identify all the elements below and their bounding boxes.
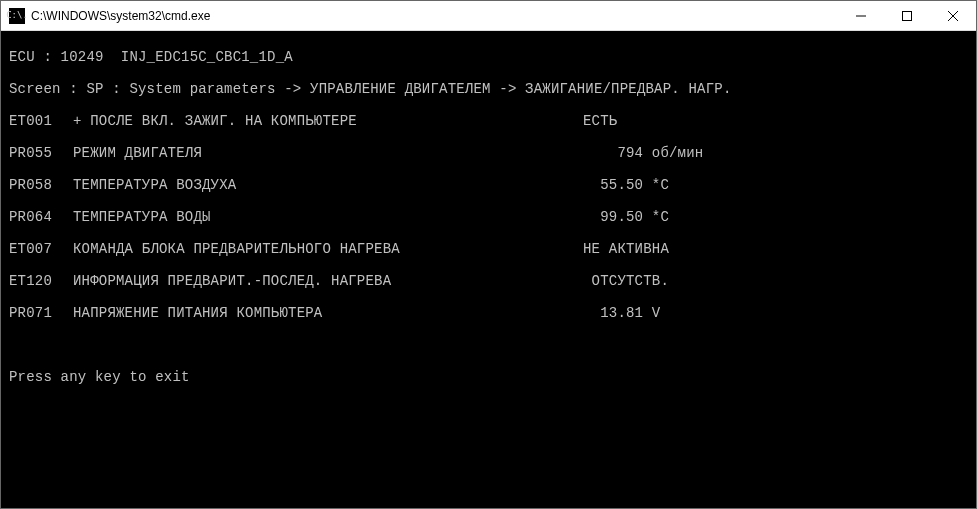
- param-code: PR055: [9, 145, 73, 161]
- param-value: НЕ АКТИВНА: [583, 241, 669, 257]
- ecu-line: ECU : 10249 INJ_EDC15C_CBC1_1D_A: [9, 49, 968, 65]
- param-row: ET120ИНФОРМАЦИЯ ПРЕДВАРИТ.-ПОСЛЕД. НАГРЕ…: [9, 273, 968, 289]
- param-code: ET001: [9, 113, 73, 129]
- close-icon: [948, 11, 958, 21]
- param-value: 13.81 V: [583, 305, 660, 321]
- param-desc: ИНФОРМАЦИЯ ПРЕДВАРИТ.-ПОСЛЕД. НАГРЕВА: [73, 273, 583, 289]
- param-desc: НАПРЯЖЕНИЕ ПИТАНИЯ КОМПЬЮТЕРА: [73, 305, 583, 321]
- param-row: PR064ТЕМПЕРАТУРА ВОДЫ 99.50 *C: [9, 209, 968, 225]
- minimize-icon: [856, 11, 866, 21]
- param-code: PR058: [9, 177, 73, 193]
- window-title: C:\WINDOWS\system32\cmd.exe: [31, 9, 210, 23]
- param-desc: + ПОСЛЕ ВКЛ. ЗАЖИГ. НА КОМПЬЮТЕРЕ: [73, 113, 583, 129]
- param-value: ЕСТЬ: [583, 113, 617, 129]
- param-row: PR071НАПРЯЖЕНИЕ ПИТАНИЯ КОМПЬЮТЕРА 13.81…: [9, 305, 968, 321]
- param-desc: КОМАНДА БЛОКА ПРЕДВАРИТЕЛЬНОГО НАГРЕВА: [73, 241, 583, 257]
- param-code: PR064: [9, 209, 73, 225]
- param-value: 794 об/мин: [583, 145, 703, 161]
- exit-prompt: Press any key to exit: [9, 369, 968, 385]
- titlebar[interactable]: C:\. C:\WINDOWS\system32\cmd.exe: [1, 1, 976, 31]
- param-code: ET007: [9, 241, 73, 257]
- cmd-window: C:\. C:\WINDOWS\system32\cmd.exe ECU : 1…: [0, 0, 977, 509]
- param-row: PR055РЕЖИМ ДВИГАТЕЛЯ 794 об/мин: [9, 145, 968, 161]
- param-row: ET001+ ПОСЛЕ ВКЛ. ЗАЖИГ. НА КОМПЬЮТЕРЕЕС…: [9, 113, 968, 129]
- close-button[interactable]: [930, 1, 976, 30]
- titlebar-buttons: [838, 1, 976, 30]
- cmd-icon: C:\.: [9, 8, 25, 24]
- param-desc: ТЕМПЕРАТУРА ВОДЫ: [73, 209, 583, 225]
- console-output: ECU : 10249 INJ_EDC15C_CBC1_1D_A Screen …: [1, 31, 976, 508]
- param-desc: РЕЖИМ ДВИГАТЕЛЯ: [73, 145, 583, 161]
- screen-line: Screen : SP : System parameters -> УПРАВ…: [9, 81, 968, 97]
- param-code: PR071: [9, 305, 73, 321]
- param-value: ОТСУТСТВ.: [583, 273, 669, 289]
- maximize-icon: [902, 11, 912, 21]
- param-code: ET120: [9, 273, 73, 289]
- svg-rect-1: [903, 11, 912, 20]
- param-desc: ТЕМПЕРАТУРА ВОЗДУХА: [73, 177, 583, 193]
- param-row: ET007КОМАНДА БЛОКА ПРЕДВАРИТЕЛЬНОГО НАГР…: [9, 241, 968, 257]
- param-value: 55.50 *C: [583, 177, 669, 193]
- minimize-button[interactable]: [838, 1, 884, 30]
- maximize-button[interactable]: [884, 1, 930, 30]
- blank-line: [9, 337, 968, 353]
- param-row: PR058ТЕМПЕРАТУРА ВОЗДУХА 55.50 *C: [9, 177, 968, 193]
- param-value: 99.50 *C: [583, 209, 669, 225]
